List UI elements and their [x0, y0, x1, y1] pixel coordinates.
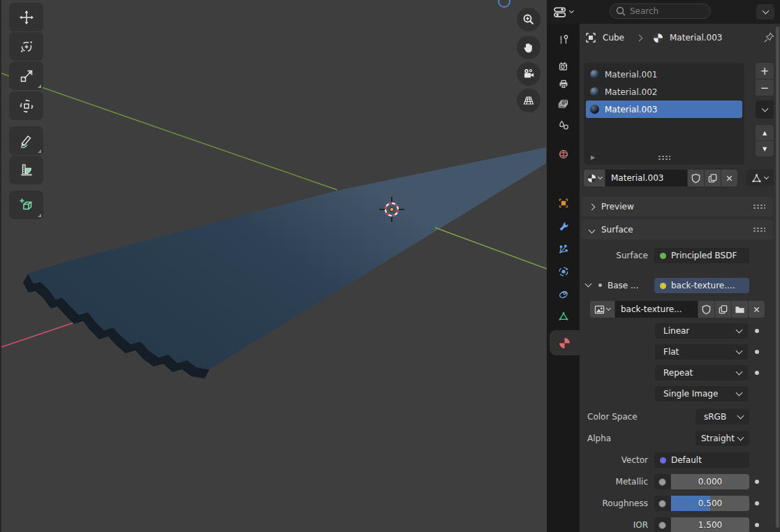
move-slot-down-button[interactable]: ▼ [756, 141, 774, 156]
alpha-dropdown[interactable]: Straight [696, 431, 749, 446]
scrollbar[interactable] [776, 27, 779, 528]
scene-icon [558, 119, 569, 131]
animate-dot[interactable] [755, 480, 759, 484]
metallic-slider[interactable]: 0.000 [671, 474, 749, 489]
move-slot-up-button[interactable]: ▲ [756, 125, 774, 140]
open-image-button[interactable] [732, 301, 748, 318]
breadcrumb-object[interactable]: Cube [603, 33, 624, 43]
material-slot[interactable]: Material.001 [586, 66, 742, 83]
remove-slot-button[interactable]: − [756, 80, 774, 96]
blender-window: Cube Material.003 Material.001 Material.… [0, 0, 780, 532]
transform-tool-button[interactable] [9, 91, 43, 120]
base-color-texture-button[interactable]: back-texture.... [654, 278, 749, 293]
slot-specials-menu-button[interactable] [756, 101, 774, 119]
color-space-dropdown[interactable]: sRGB [696, 409, 749, 424]
image-name-field[interactable]: back-texture... [615, 301, 698, 318]
fake-user-button[interactable] [688, 170, 704, 186]
move-tool-button[interactable] [9, 3, 43, 31]
animate-dot[interactable] [755, 523, 759, 527]
tab-material[interactable] [550, 330, 580, 355]
panel-drag-grip[interactable] [753, 204, 765, 209]
measure-icon [19, 163, 34, 178]
metallic-value: 0.000 [671, 474, 749, 489]
preview-panel-header[interactable]: Preview [581, 197, 774, 216]
surface-panel-header[interactable]: Surface [581, 220, 774, 239]
new-material-button[interactable] [705, 170, 721, 186]
extension-dropdown[interactable]: Repeat [655, 365, 748, 380]
roughness-slider[interactable]: 0.500 [671, 496, 749, 511]
rotate-tool-button[interactable] [9, 32, 43, 61]
filter-expand-toggle[interactable]: ▶ [591, 154, 595, 161]
panel-drag-grip[interactable] [753, 227, 765, 232]
object-data-icon [558, 311, 569, 322]
plus-icon: + [760, 65, 770, 77]
material-name-field[interactable]: Material.003 [605, 170, 687, 186]
tab-constraints[interactable] [547, 283, 580, 305]
properties-editor: Cube Material.003 Material.001 Material.… [547, 0, 780, 532]
unlink-material-button[interactable] [721, 170, 737, 186]
tab-physics[interactable] [547, 260, 580, 283]
pan-gizmo-button[interactable] [517, 36, 540, 59]
material-slot-selected[interactable]: Material.003 [586, 101, 742, 118]
add-cube-tool-button[interactable] [9, 191, 43, 219]
orthographic-gizmo-button[interactable] [517, 89, 540, 112]
vector-button[interactable]: Default [654, 452, 749, 468]
scale-tool-button[interactable] [9, 61, 43, 90]
object-icon [585, 32, 596, 43]
material-slots-list: Material.001 Material.002 Material.003 ▶ [584, 63, 744, 165]
animate-dot[interactable] [755, 329, 759, 333]
3d-viewport[interactable] [0, 0, 547, 532]
ior-label: IOR [580, 517, 648, 532]
image-fake-user-button[interactable] [698, 301, 714, 318]
projection-dropdown[interactable]: Flat [655, 344, 748, 360]
tab-view-layer[interactable] [547, 93, 580, 115]
source-dropdown[interactable]: Single Image [655, 386, 748, 401]
shader-name: Principled BSDF [671, 251, 737, 260]
list-resize-grip[interactable] [658, 155, 670, 161]
header-menu-button[interactable] [756, 4, 774, 20]
ior-slider[interactable]: 1.500 [671, 517, 749, 532]
animate-dot[interactable] [755, 371, 759, 375]
camera-view-gizmo-button[interactable] [517, 62, 540, 86]
render-icon [558, 61, 569, 72]
tab-scene[interactable] [547, 114, 580, 136]
material-name-value: Material.003 [611, 173, 663, 183]
tab-modifiers[interactable] [547, 215, 580, 237]
zoom-gizmo-button[interactable] [517, 8, 540, 31]
animate-dot[interactable] [755, 501, 759, 505]
pin-icon[interactable] [763, 32, 774, 43]
material-slot[interactable]: Material.002 [586, 83, 742, 101]
material-sphere-icon [587, 174, 596, 183]
tab-object-data[interactable] [547, 305, 580, 327]
metallic-socket-button[interactable] [654, 474, 670, 489]
triangle-down-icon: ▼ [763, 146, 767, 152]
annotate-icon [19, 133, 34, 149]
tab-particles[interactable] [547, 238, 580, 260]
interpolation-value: Linear [663, 326, 689, 336]
add-slot-button[interactable]: + [756, 63, 774, 79]
surface-shader-button[interactable]: Principled BSDF [654, 248, 749, 263]
editor-type-button[interactable] [554, 4, 573, 20]
animate-dot[interactable] [755, 350, 759, 354]
browse-material-button[interactable] [584, 170, 605, 186]
node-tree-menu-button[interactable] [746, 170, 774, 186]
interpolation-dropdown[interactable]: Linear [655, 323, 748, 339]
ior-socket-button[interactable] [654, 517, 670, 532]
transform-icon [19, 98, 34, 114]
roughness-value: 0.500 [671, 496, 749, 511]
new-image-button[interactable] [715, 301, 731, 318]
roughness-socket-button[interactable] [654, 496, 670, 511]
breadcrumb-material[interactable]: Material.003 [670, 33, 722, 43]
nav-gizmo-axis [499, 0, 510, 7]
chevron-down-icon[interactable] [585, 281, 592, 288]
tab-tool[interactable] [547, 29, 580, 51]
zoom-icon [522, 13, 536, 27]
browse-image-button[interactable] [590, 301, 615, 318]
unlink-image-button[interactable] [749, 301, 765, 318]
tab-object[interactable] [547, 192, 580, 214]
tab-world[interactable] [547, 143, 580, 165]
measure-tool-button[interactable] [9, 156, 43, 184]
annotate-tool-button[interactable] [9, 126, 43, 155]
panel-title: Surface [601, 225, 633, 235]
shader-socket-icon [660, 253, 666, 259]
